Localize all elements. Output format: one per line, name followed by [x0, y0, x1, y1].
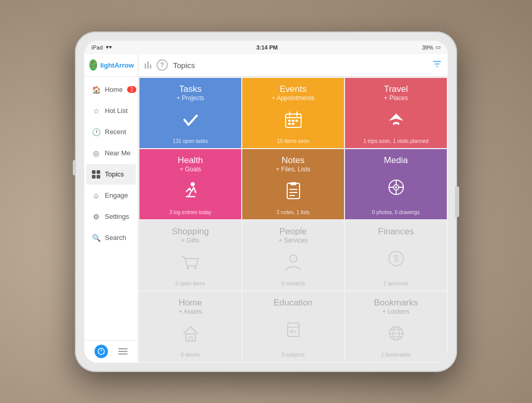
- card-shopping-icon: [181, 244, 200, 280]
- svg-marker-5: [101, 349, 102, 351]
- svg-point-15: [191, 182, 195, 186]
- svg-rect-11: [292, 120, 294, 122]
- card-home-stat: 0 assets: [181, 352, 200, 358]
- volume-button: [73, 160, 76, 175]
- topics-icon: [91, 170, 101, 179]
- battery-percent: 39%: [422, 44, 433, 51]
- svg-rect-12: [295, 120, 298, 122]
- card-health-title: Health + Goals: [178, 155, 203, 173]
- status-left: iPad ▾▾: [91, 44, 112, 51]
- topics-grid: Tasks + Projects 131 open tasks Events +…: [138, 77, 448, 363]
- sidebar-item-topics[interactable]: Topics: [86, 164, 136, 185]
- logo-text: lightArrow: [100, 61, 134, 69]
- sidebar-item-home[interactable]: 🏠 Home 2: [86, 79, 136, 100]
- bar1: [145, 63, 146, 69]
- card-notes-icon: [284, 173, 303, 209]
- hotlist-label: Hot List: [105, 107, 128, 115]
- bar2: [147, 61, 149, 69]
- sidebar-item-engage[interactable]: ☺ Engage: [86, 185, 136, 206]
- svg-rect-10: [288, 120, 291, 122]
- card-finances[interactable]: Finances $ 2 accounts: [345, 220, 447, 291]
- card-tasks-stat: 131 open tasks: [173, 138, 208, 144]
- card-media-stat: 0 photos, 0 drawings: [372, 209, 419, 215]
- svg-rect-19: [290, 182, 296, 185]
- card-media-icon: [386, 166, 406, 209]
- card-home-icon: [181, 315, 200, 351]
- nearme-icon: ◎: [91, 149, 101, 158]
- card-people-stat: 0 contacts: [281, 281, 305, 286]
- card-tasks[interactable]: Tasks + Projects 131 open tasks: [139, 78, 241, 148]
- engage-icon: ☺: [91, 191, 101, 200]
- battery-icon: ▭: [435, 44, 441, 51]
- status-time: 3:14 PM: [256, 44, 278, 51]
- svg-rect-1: [97, 170, 100, 174]
- menu-line-3: [118, 353, 128, 354]
- svg-rect-36: [189, 337, 192, 341]
- topics-label: Topics: [105, 170, 124, 178]
- card-events[interactable]: Events + Appointments: [242, 78, 344, 148]
- card-tasks-icon: [180, 102, 201, 138]
- card-people-icon: [284, 244, 303, 280]
- card-travel-stat: 1 trips soon, 1 visits planned: [363, 138, 428, 144]
- home-label: Home: [105, 86, 123, 93]
- card-events-stat: 10 items soon: [277, 138, 309, 144]
- app-logo[interactable]: 🏹 lightArrow: [84, 54, 138, 77]
- recent-icon: 🕐: [91, 127, 101, 137]
- svg-point-32: [290, 255, 297, 262]
- main-area: ? Topics Tasks + Projects: [138, 54, 448, 363]
- card-education[interactable]: Education A+ 0 subjects: [242, 292, 344, 362]
- svg-text:A+: A+: [289, 328, 296, 334]
- svg-point-31: [194, 267, 196, 269]
- wifi-icon: ▾▾: [106, 44, 112, 51]
- home-icon: 🏠: [91, 85, 101, 94]
- sidebar-item-hotlist[interactable]: ☆ Hot List: [86, 101, 136, 121]
- bar3: [150, 65, 151, 69]
- card-media-title: Media: [384, 155, 408, 166]
- footer-compass-icon[interactable]: [95, 345, 108, 358]
- card-finances-icon: $: [386, 237, 406, 281]
- card-education-stat: 0 subjects: [281, 352, 305, 358]
- card-notes-title: Notes + Files, Lists: [276, 155, 310, 173]
- search-icon: 🔍: [91, 233, 101, 243]
- card-tasks-title: Tasks + Projects: [177, 84, 205, 102]
- card-people[interactable]: People + Services 0 contacts: [242, 220, 344, 291]
- sidebar-item-search[interactable]: 🔍 Search: [86, 228, 136, 248]
- card-health-stat: 3 log entries today: [169, 209, 212, 215]
- card-people-title: People + Services: [278, 227, 307, 245]
- sidebar-item-nearme[interactable]: ◎ Near Me: [86, 143, 136, 164]
- help-button[interactable]: ?: [157, 59, 168, 71]
- recent-label: Recent: [105, 128, 126, 136]
- svg-rect-0: [92, 170, 96, 174]
- card-media[interactable]: Media: [345, 149, 447, 219]
- card-notes-stat: 2 notes, 1 lists: [277, 209, 310, 215]
- card-notes[interactable]: Notes + Files, Lists: [242, 149, 344, 219]
- menu-line-1: [118, 348, 128, 349]
- card-home-title: Home + Assets: [179, 298, 202, 316]
- menu-line-2: [118, 351, 128, 352]
- sidebar-item-settings[interactable]: ⚙ Settings: [86, 206, 136, 227]
- footer-menu-icon[interactable]: [118, 348, 128, 354]
- svg-rect-2: [92, 175, 96, 179]
- card-finances-title: Finances: [378, 227, 414, 237]
- card-bookmarks[interactable]: Bookmarks + Lockers: [345, 292, 447, 362]
- engage-label: Engage: [105, 191, 128, 199]
- svg-point-25: [395, 186, 397, 188]
- search-label: Search: [105, 234, 126, 241]
- toolbar-title: Topics: [173, 61, 195, 70]
- card-health-icon: [181, 173, 200, 209]
- sidebar-nav: 🏠 Home 2 ☆ Hot List 🕐 Recent ◎ Ne: [84, 77, 138, 340]
- filter-button[interactable]: [432, 59, 442, 71]
- card-travel[interactable]: Travel + Places 1 trips soon, 1 visits p…: [345, 78, 447, 148]
- card-bookmarks-icon: [386, 315, 406, 351]
- sidebar-item-recent[interactable]: 🕐 Recent: [86, 122, 136, 142]
- card-home[interactable]: Home + Assets 0 assets: [139, 292, 241, 362]
- card-shopping[interactable]: Shopping + Gifts 0 open items: [139, 220, 241, 291]
- logo-icon: 🏹: [89, 59, 97, 71]
- nearme-label: Near Me: [105, 149, 131, 157]
- card-bookmarks-title: Bookmarks + Lockers: [374, 298, 418, 316]
- device-label: iPad: [91, 44, 103, 51]
- sidebar-footer: [84, 340, 138, 363]
- card-events-icon: [284, 102, 303, 138]
- card-education-title: Education: [274, 298, 313, 308]
- card-health[interactable]: Health + Goals 3 log entries today: [139, 149, 241, 219]
